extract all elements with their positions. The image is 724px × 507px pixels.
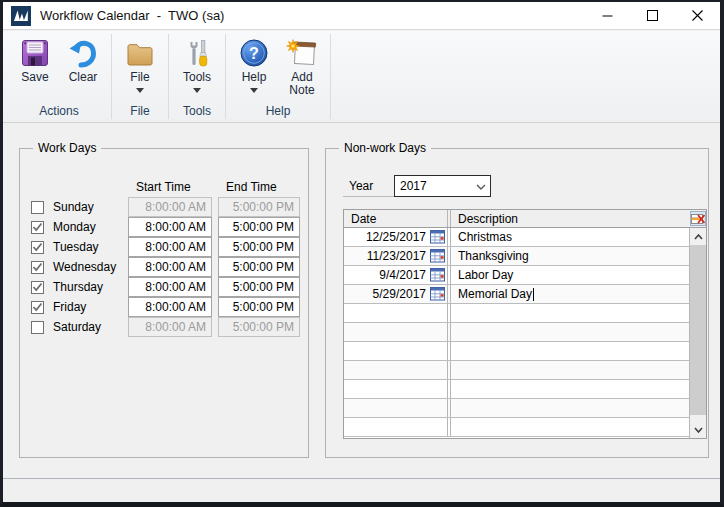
table-row[interactable]: [344, 380, 706, 399]
dropdown-caret-icon: [136, 86, 144, 93]
table-row[interactable]: [344, 361, 706, 380]
titlebar[interactable]: Workflow Calendar - TWO (sa): [3, 2, 720, 30]
delete-row-button[interactable]: [690, 211, 706, 226]
day-checkbox-monday[interactable]: Monday: [31, 220, 128, 234]
tools-menu-button[interactable]: Tools: [175, 31, 219, 93]
description-cell[interactable]: [450, 342, 689, 360]
table-header-row: Date Description: [344, 210, 706, 228]
description-column-header[interactable]: Description: [450, 210, 689, 227]
start-time-header: Start Time: [136, 180, 191, 194]
day-checkbox-friday[interactable]: Friday: [31, 300, 128, 314]
maximize-button[interactable]: [630, 2, 675, 29]
start-time-field[interactable]: 8:00:00 AM: [128, 297, 212, 317]
description-cell[interactable]: Labor Day: [450, 266, 689, 284]
end-time-field[interactable]: 5:00:00 PM: [218, 277, 300, 297]
description-cell[interactable]: [450, 380, 689, 398]
year-value: 2017: [400, 179, 476, 193]
description-cell[interactable]: Thanksgiving: [450, 247, 689, 265]
close-button[interactable]: [675, 2, 720, 29]
start-time-field[interactable]: 8:00:00 AM: [128, 217, 212, 237]
chevron-down-icon: [476, 179, 486, 193]
undo-arrow-icon: [68, 37, 98, 69]
date-cell[interactable]: [344, 323, 448, 341]
date-cell[interactable]: [344, 361, 448, 379]
group-label-tools: Tools: [175, 102, 219, 122]
wrench-screwdriver-icon: [182, 37, 212, 69]
year-label: Year: [349, 179, 373, 193]
scrollbar-thumb[interactable]: [690, 245, 706, 415]
date-cell[interactable]: [344, 399, 448, 417]
date-cell[interactable]: 5/29/2017: [344, 285, 448, 303]
window-title: Workflow Calendar - TWO (sa): [40, 8, 224, 23]
date-cell[interactable]: [344, 342, 448, 360]
table-row[interactable]: [344, 323, 706, 342]
scroll-down-button[interactable]: [690, 421, 706, 438]
date-cell[interactable]: 11/23/2017: [344, 247, 448, 265]
table-row[interactable]: 12/25/2017Christmas: [344, 228, 706, 247]
checkbox-icon[interactable]: [31, 321, 44, 334]
day-checkbox-sunday[interactable]: Sunday: [31, 200, 128, 214]
start-time-field[interactable]: 8:00:00 AM: [128, 257, 212, 277]
file-menu-button[interactable]: File: [118, 31, 162, 93]
maximize-icon: [647, 10, 658, 21]
year-dropdown[interactable]: 2017: [394, 175, 491, 197]
calendar-icon: [430, 249, 445, 263]
checkbox-icon[interactable]: [31, 201, 44, 214]
checkbox-icon[interactable]: [31, 261, 44, 274]
chevron-down-icon: [694, 427, 703, 433]
description-cell[interactable]: [450, 361, 689, 379]
add-note-button[interactable]: Add Note: [280, 31, 324, 97]
description-cell[interactable]: Christmas: [450, 228, 689, 246]
day-checkbox-thursday[interactable]: Thursday: [31, 280, 128, 294]
ribbon-toolbar: Save Clear Actions: [3, 31, 720, 123]
table-row[interactable]: [344, 399, 706, 418]
day-label: Wednesday: [53, 260, 116, 274]
checkbox-icon[interactable]: [31, 241, 44, 254]
table-row[interactable]: 11/23/2017Thanksgiving: [344, 247, 706, 266]
date-cell[interactable]: [344, 418, 448, 436]
day-checkbox-tuesday[interactable]: Tuesday: [31, 240, 128, 254]
scroll-up-button[interactable]: [690, 228, 706, 245]
description-cell[interactable]: [450, 399, 689, 417]
work-day-row: Thursday8:00:00 AM5:00:00 PM: [31, 277, 300, 297]
description-cell[interactable]: [450, 323, 689, 341]
date-cell[interactable]: [344, 380, 448, 398]
date-column-header[interactable]: Date: [344, 210, 448, 227]
save-button[interactable]: Save: [13, 31, 57, 84]
day-label: Friday: [53, 300, 86, 314]
start-time-field[interactable]: 8:00:00 AM: [128, 277, 212, 297]
table-row[interactable]: 5/29/2017Memorial Day: [344, 285, 706, 304]
checkbox-icon[interactable]: [31, 281, 44, 294]
checkbox-icon[interactable]: [31, 221, 44, 234]
date-cell[interactable]: 9/4/2017: [344, 266, 448, 284]
description-cell[interactable]: [450, 304, 689, 322]
vertical-scrollbar[interactable]: [689, 228, 706, 438]
ribbon-group-actions: Save Clear Actions: [7, 31, 111, 122]
minimize-icon: [602, 10, 613, 21]
clear-button[interactable]: Clear: [61, 31, 105, 84]
day-checkbox-wednesday[interactable]: Wednesday: [31, 260, 128, 274]
calendar-icon: [430, 287, 445, 301]
table-row[interactable]: 9/4/2017Labor Day: [344, 266, 706, 285]
description-cell[interactable]: [450, 418, 689, 436]
svg-text:?: ?: [249, 45, 259, 62]
ribbon-group-file: File File: [112, 31, 168, 122]
end-time-field[interactable]: 5:00:00 PM: [218, 217, 300, 237]
end-time-field[interactable]: 5:00:00 PM: [218, 297, 300, 317]
description-cell[interactable]: Memorial Day: [450, 285, 689, 303]
end-time-field[interactable]: 5:00:00 PM: [218, 257, 300, 277]
text-caret: [533, 288, 534, 301]
date-cell[interactable]: [344, 304, 448, 322]
minimize-button[interactable]: [585, 2, 630, 29]
end-time-field[interactable]: 5:00:00 PM: [218, 237, 300, 257]
day-checkbox-saturday[interactable]: Saturday: [31, 320, 128, 334]
table-row[interactable]: [344, 418, 706, 437]
ribbon-group-help: ? Help: [226, 31, 330, 122]
table-row[interactable]: [344, 342, 706, 361]
folder-icon: [124, 37, 156, 69]
table-row[interactable]: [344, 304, 706, 323]
start-time-field[interactable]: 8:00:00 AM: [128, 237, 212, 257]
help-menu-button[interactable]: ? Help: [232, 31, 276, 93]
date-cell[interactable]: 12/25/2017: [344, 228, 448, 246]
checkbox-icon[interactable]: [31, 301, 44, 314]
